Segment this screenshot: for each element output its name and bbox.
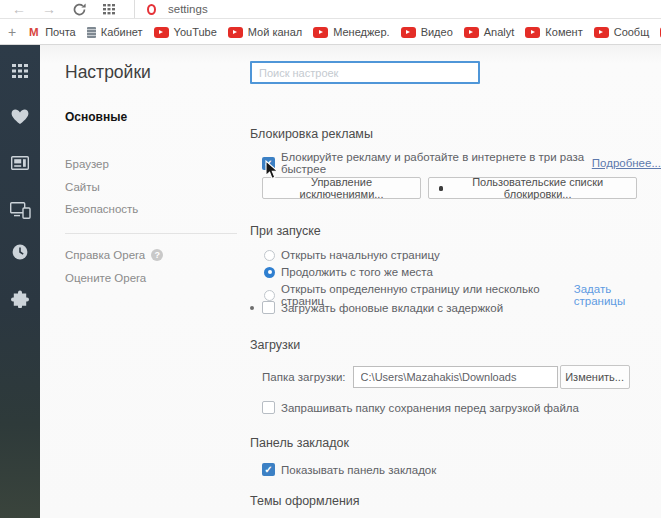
extensions-puzzle-icon[interactable] [0, 290, 40, 308]
nav-item-spravka-opera[interactable]: Справка Opera? [65, 249, 163, 261]
youtube-icon [313, 27, 328, 38]
youtube-icon [401, 27, 416, 38]
set-pages-link[interactable]: Задать страницы [574, 283, 661, 307]
bookmark-koment[interactable]: Комент [525, 26, 582, 38]
changed-setting-bullet [250, 306, 254, 310]
show-bookmarks-row: ✓ Показывать панель закладок [262, 463, 436, 476]
mouse-cursor [265, 160, 279, 180]
bookmark-kabinet[interactable]: Кабинет [87, 26, 143, 38]
bookmark-pochta[interactable]: MПочта [27, 26, 76, 38]
ad-block-checkbox-label: Блокируйте рекламу и работайте в интерне… [281, 151, 588, 175]
lazy-tabs-row: Загружать фоновые вкладки с задержкой [250, 301, 503, 314]
nav-item-brauzer[interactable]: Браузер [65, 158, 109, 170]
youtube-icon [525, 27, 540, 38]
nav-item-bezopasnost[interactable]: Безопасность [65, 203, 138, 215]
radio-specific-pages[interactable] [264, 290, 275, 301]
settings-search-input[interactable] [250, 61, 480, 84]
history-clock-icon[interactable] [0, 244, 40, 260]
sync-devices-icon[interactable] [0, 202, 40, 219]
news-icon[interactable] [0, 156, 40, 170]
radio-start-page[interactable] [264, 250, 275, 261]
radio-continue[interactable] [264, 267, 275, 278]
bookmarks-bar: + MПочта Кабинет YouTube Мой канал Менед… [0, 20, 661, 45]
download-folder-label: Папка загрузки: [262, 371, 346, 383]
list-dot-icon [439, 186, 443, 191]
forward-icon[interactable]: → [38, 0, 60, 18]
back-icon[interactable]: ← [8, 0, 30, 18]
ad-block-checkbox-row: ✓ Блокируйте рекламу и работайте в интер… [262, 151, 661, 175]
section-title-themes: Темы оформления [250, 494, 360, 508]
urlbar-divider [134, 0, 135, 18]
nav-divider [65, 233, 237, 234]
address-bar: ← → settings [0, 0, 661, 19]
show-bookmarks-checkbox[interactable]: ✓ [262, 463, 275, 476]
settings-page: Настройки Основные Браузер Сайты Безопас… [40, 45, 661, 518]
document-icon [87, 27, 96, 38]
bookmarks-heart-icon[interactable] [0, 109, 40, 125]
bookmark-youtube[interactable]: YouTube [154, 26, 217, 38]
speed-dial-icon[interactable] [0, 64, 40, 78]
section-title-ad-block: Блокировка рекламы [250, 127, 373, 141]
gmail-icon: M [27, 26, 40, 38]
bookmark-menedzher[interactable]: Менеджер. [313, 26, 389, 38]
youtube-icon [594, 27, 609, 38]
youtube-icon [464, 27, 479, 38]
nav-item-sayty[interactable]: Сайты [65, 181, 100, 193]
startup-option-start-page: Открыть начальную страницу [264, 249, 440, 261]
section-title-bookmarks-panel: Панель закладок [250, 436, 349, 450]
bookmark-moy-kanal[interactable]: Мой канал [228, 26, 302, 38]
ask-folder-checkbox[interactable] [262, 401, 275, 414]
browser-window: ← → settings + MПочта Кабинет YouTube Мо… [0, 0, 661, 518]
bookmark-soobsch[interactable]: Сообщ [594, 26, 650, 38]
youtube-icon [228, 27, 243, 38]
ad-block-buttons-row: Управление исключениями... Пользовательс… [262, 177, 637, 199]
opera-sidebar [0, 45, 40, 518]
page-title: Настройки [65, 62, 151, 83]
bookmark-video[interactable]: Видео [401, 26, 453, 38]
nav-item-osnovnye[interactable]: Основные [65, 110, 127, 124]
question-circle-icon: ? [151, 249, 163, 261]
ad-block-more-link[interactable]: Подробнее... [592, 157, 661, 169]
reload-icon[interactable] [68, 0, 90, 18]
youtube-icon [154, 27, 169, 38]
manage-exceptions-button[interactable]: Управление исключениями... [262, 177, 421, 199]
section-title-downloads: Загрузки [250, 338, 300, 352]
opera-logo-icon [147, 4, 156, 15]
section-title-startup: При запуске [250, 224, 321, 238]
custom-block-lists-button[interactable]: Пользовательские списки блокировки... [428, 177, 637, 199]
download-folder-row: Папка загрузки: Изменить... [262, 365, 630, 389]
bookmark-analyt[interactable]: Analyt [464, 26, 515, 38]
change-folder-button[interactable]: Изменить... [560, 365, 630, 389]
ask-folder-row: Запрашивать папку сохранения перед загру… [262, 401, 579, 414]
download-folder-input[interactable] [353, 366, 558, 388]
nav-item-ocenite-opera[interactable]: Оцените Opera [65, 272, 146, 284]
startup-option-continue: Продолжить с того же места [264, 266, 433, 278]
lazy-tabs-checkbox[interactable] [262, 301, 275, 314]
tab-menu-icon[interactable] [98, 0, 120, 18]
add-bookmark-button[interactable]: + [8, 24, 16, 40]
url-text[interactable]: settings [168, 3, 208, 15]
